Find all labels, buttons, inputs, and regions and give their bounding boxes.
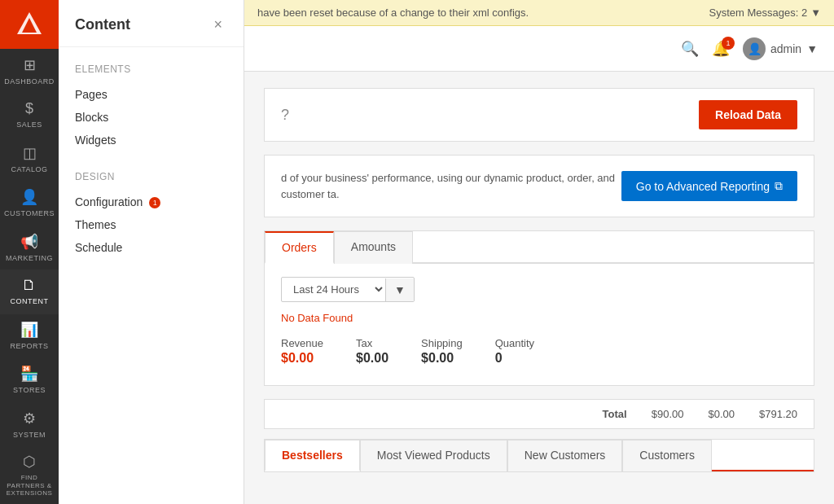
- sidebar-item-label: SYSTEM: [13, 431, 46, 440]
- bottom-tabs-section: Bestsellers Most Viewed Products New Cus…: [264, 439, 814, 472]
- design-section-title: Design: [75, 171, 227, 182]
- system-icon: ⚙: [23, 410, 36, 427]
- close-button[interactable]: ×: [208, 15, 227, 35]
- quantity-value: 0: [495, 351, 534, 366]
- sidebar-item-label: DASHBOARD: [4, 77, 55, 86]
- orders-tab-content: Last 24 Hours Last 7 Days Current Month …: [265, 264, 814, 385]
- notification-badge: 1: [722, 37, 735, 50]
- main-area: have been reset because of a change to t…: [244, 0, 834, 504]
- menu-link-configuration[interactable]: Configuration 1: [75, 191, 227, 213]
- sidebar-item-label: REPORTS: [11, 342, 49, 351]
- sidebar-item-label: SALES: [16, 121, 42, 129]
- reports-icon: 📊: [20, 321, 38, 339]
- system-bar: have been reset because of a change to t…: [244, 0, 834, 26]
- avatar: 👤: [743, 37, 766, 60]
- user-name: admin: [770, 42, 801, 55]
- tab-most-viewed[interactable]: Most Viewed Products: [360, 440, 507, 471]
- sidebar-item-label: CUSTOMERS: [4, 209, 55, 218]
- user-icon: 👤: [748, 42, 762, 55]
- tab-customers[interactable]: Customers: [622, 440, 712, 471]
- menu-link-schedule[interactable]: Schedule: [75, 236, 227, 259]
- metrics-row: Revenue $0.00 Tax $0.00 Shipping $0.00 Q…: [281, 337, 797, 366]
- customers-icon: 👤: [20, 188, 38, 206]
- sidebar-item-find-partners[interactable]: ⬡ FIND PARTNERS & EXTENSIONS: [0, 446, 59, 504]
- system-message-text: have been reset because of a change to t…: [257, 7, 529, 19]
- total-amount-2: $0.00: [708, 408, 735, 420]
- tab-orders[interactable]: Orders: [265, 231, 334, 264]
- sidebar-item-stores[interactable]: 🏪 STORES: [0, 358, 59, 402]
- orders-section: Orders Amounts Last 24 Hours Last 7 Days…: [264, 230, 814, 386]
- sidebar: ⊞ DASHBOARD $ SALES ◫ CATALOG 👤 CUSTOMER…: [0, 0, 59, 504]
- search-icon: 🔍: [681, 41, 699, 57]
- sidebar-item-customers[interactable]: 👤 CUSTOMERS: [0, 182, 59, 226]
- time-filter-select[interactable]: Last 24 Hours Last 7 Days Current Month …: [282, 278, 385, 301]
- user-menu[interactable]: 👤 admin ▼: [743, 37, 818, 60]
- help-icon[interactable]: ?: [281, 107, 289, 124]
- bottom-tab-row: Bestsellers Most Viewed Products New Cus…: [265, 440, 814, 471]
- menu-link-pages[interactable]: Pages: [75, 83, 227, 106]
- advanced-reporting-button[interactable]: Go to Advanced Reporting ⧉: [621, 171, 797, 201]
- sidebar-item-label: CATALOG: [11, 165, 47, 174]
- dashboard-header: ? Reload Data: [264, 88, 814, 142]
- tab-bestsellers[interactable]: Bestsellers: [265, 440, 360, 471]
- menu-link-themes[interactable]: Themes: [75, 213, 227, 236]
- top-header: 🔍 🔔 1 👤 admin ▼: [244, 26, 834, 72]
- sidebar-item-label: MARKETING: [6, 254, 53, 263]
- chevron-down-icon: ▼: [810, 7, 821, 19]
- revenue-value: $0.00: [281, 351, 323, 366]
- configuration-badge: 1: [149, 197, 160, 208]
- system-messages-link[interactable]: System Messages: 2 ▼: [709, 7, 821, 19]
- sidebar-item-system[interactable]: ⚙ SYSTEM: [0, 402, 59, 446]
- sidebar-item-content[interactable]: 🗋 CONTENT: [0, 270, 59, 313]
- total-amount-1: $90.00: [652, 408, 684, 420]
- sales-icon: $: [25, 100, 33, 117]
- metric-revenue: Revenue $0.00: [281, 337, 323, 366]
- sidebar-item-label: STORES: [13, 386, 46, 395]
- page-content: ? Reload Data d of your business' perfor…: [244, 72, 834, 504]
- content-panel-body: Elements Pages Blocks Widgets Design Con…: [59, 47, 244, 504]
- notification-button[interactable]: 🔔 1: [712, 40, 730, 58]
- sidebar-item-reports[interactable]: 📊 REPORTS: [0, 314, 59, 358]
- quantity-label: Quantity: [495, 337, 534, 349]
- tab-amounts[interactable]: Amounts: [334, 231, 413, 264]
- sidebar-item-label: FIND PARTNERS & EXTENSIONS: [3, 474, 55, 497]
- time-filter-chevron[interactable]: ▼: [385, 278, 414, 301]
- menu-link-blocks[interactable]: Blocks: [75, 106, 227, 129]
- sidebar-item-marketing[interactable]: 📢 MARKETING: [0, 226, 59, 270]
- sidebar-item-catalog[interactable]: ◫ CATALOG: [0, 138, 59, 182]
- reload-data-button[interactable]: Reload Data: [699, 100, 797, 129]
- content-panel-title: Content: [75, 16, 130, 33]
- no-data-message: No Data Found: [281, 312, 797, 324]
- elements-section-title: Elements: [75, 64, 227, 75]
- logo: [0, 0, 59, 49]
- sidebar-item-dashboard[interactable]: ⊞ DASHBOARD: [0, 49, 59, 93]
- totals-row: Total $90.00 $0.00 $791.20: [264, 399, 814, 429]
- time-filter-wrapper: Last 24 Hours Last 7 Days Current Month …: [281, 277, 415, 302]
- sidebar-item-label: CONTENT: [11, 297, 49, 306]
- shipping-label: Shipping: [421, 337, 463, 349]
- shipping-value: $0.00: [421, 351, 463, 366]
- partners-icon: ⬡: [23, 453, 36, 471]
- tax-value: $0.00: [356, 351, 388, 366]
- catalog-icon: ◫: [23, 144, 37, 162]
- reporting-description: d of your business' performance, using o…: [281, 170, 621, 202]
- sidebar-item-sales[interactable]: $ SALES: [0, 93, 59, 137]
- content-icon: 🗋: [22, 277, 37, 294]
- external-link-icon: ⧉: [775, 179, 783, 193]
- reporting-section: d of your business' performance, using o…: [264, 155, 814, 217]
- dashboard-icon: ⊞: [24, 56, 36, 74]
- total-amount-3: $791.20: [759, 408, 797, 420]
- metric-shipping: Shipping $0.00: [421, 337, 463, 366]
- search-button[interactable]: 🔍: [681, 40, 699, 58]
- chevron-down-icon: ▼: [806, 42, 818, 55]
- stores-icon: 🏪: [20, 365, 38, 383]
- menu-link-widgets[interactable]: Widgets: [75, 129, 227, 151]
- content-panel-header: Content ×: [59, 0, 244, 47]
- revenue-label: Revenue: [281, 337, 323, 349]
- content-panel: Content × Elements Pages Blocks Widgets …: [59, 0, 244, 504]
- tax-label: Tax: [356, 337, 388, 349]
- tab-new-customers[interactable]: New Customers: [507, 440, 623, 471]
- total-label: Total: [603, 408, 627, 420]
- metric-tax: Tax $0.00: [356, 337, 388, 366]
- system-messages-label: System Messages: 2: [709, 7, 807, 19]
